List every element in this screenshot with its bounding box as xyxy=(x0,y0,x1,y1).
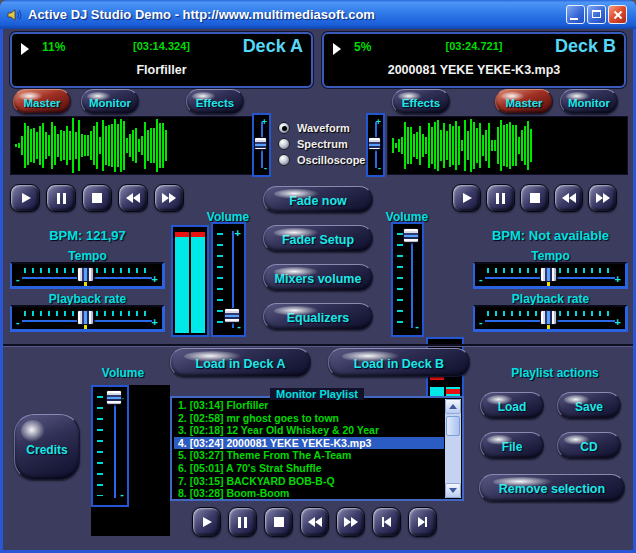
monitor-play-button[interactable] xyxy=(192,507,221,537)
playlist-item[interactable]: 7. [03:15] BACKYARD BOB-B-Q xyxy=(174,475,444,488)
deck-b-tempo-thumb[interactable] xyxy=(540,267,557,282)
load-in-deck-b-button[interactable]: Load in Deck B xyxy=(328,348,470,377)
monitor-next-button[interactable] xyxy=(408,507,437,537)
deck-a-forward-button[interactable] xyxy=(154,184,184,212)
deck-b-scope-zoom-slider[interactable]: + - xyxy=(366,113,385,177)
deck-a-tempo-thumb[interactable] xyxy=(77,267,94,282)
bottom-volume-label: Volume xyxy=(63,366,183,380)
playlist-title: Monitor Playlist xyxy=(170,384,464,402)
playlist-actions-label: Playlist actions xyxy=(490,366,620,380)
radio-waveform[interactable]: Waveform xyxy=(278,122,350,134)
deck-a-scope-zoom-thumb[interactable] xyxy=(254,137,267,150)
radio-oscilloscope[interactable]: Oscilloscope xyxy=(278,154,365,166)
playlist-scrollbar[interactable] xyxy=(445,399,461,498)
deck-a-label: Deck A xyxy=(243,36,303,57)
maximize-icon xyxy=(592,10,601,18)
deck-b-display: 5% [03:24.721] Deck B 2000081 YEKE YEKE-… xyxy=(322,32,626,88)
play-icon xyxy=(22,193,31,203)
playlist-item[interactable]: 6. [05:01] A 70's Strat Shuffle xyxy=(174,462,444,475)
deck-a-tempo-label: Tempo xyxy=(10,249,165,263)
monitor-rewind-button[interactable] xyxy=(300,507,329,537)
minimize-button[interactable] xyxy=(566,5,585,24)
deck-b-master-button[interactable]: Master xyxy=(495,89,553,114)
deck-b-scope-zoom-thumb[interactable] xyxy=(368,137,381,150)
pause-icon xyxy=(238,517,247,528)
deck-b-volume-thumb[interactable] xyxy=(403,228,419,243)
deck-b-bpm: BPM: Not available xyxy=(473,228,628,243)
credits-button[interactable]: Credits xyxy=(14,414,80,480)
deck-b-effects-button[interactable]: Effects xyxy=(392,89,450,114)
playlist-rows: 1. [03:14] Florfiller 2. [02:58] mr ghos… xyxy=(174,399,444,498)
deck-b-monitor-button[interactable]: Monitor xyxy=(560,89,618,114)
remove-selection-button[interactable]: Remove selection xyxy=(479,474,625,502)
deck-b-playback-label: Playback rate xyxy=(473,292,628,306)
deck-a-bpm: BPM: 121,97 xyxy=(10,228,165,243)
window-title: Active DJ Studio Demo - http://www.multi… xyxy=(28,7,375,22)
scroll-down-button[interactable] xyxy=(445,483,461,498)
deck-a-scope-zoom-slider[interactable]: + - xyxy=(252,113,271,177)
playlist-item[interactable]: 3. [02:18] 12 Year Old Whiskey & 20 Year xyxy=(174,424,444,437)
arrow-down-icon xyxy=(449,488,457,493)
fast-forward-icon xyxy=(596,193,610,203)
monitor-forward-button[interactable] xyxy=(336,507,365,537)
equalizers-button[interactable]: Equalizers xyxy=(263,303,373,330)
monitor-volume-slider[interactable]: + - xyxy=(91,385,129,507)
deck-a-pause-button[interactable] xyxy=(46,184,76,212)
playlist-item[interactable]: 8. [03:28] Boom-Boom xyxy=(174,487,444,500)
deck-b-playback-thumb[interactable] xyxy=(540,310,557,325)
radio-oscilloscope-icon xyxy=(278,154,290,166)
title-bar[interactable]: Active DJ Studio Demo - http://www.multi… xyxy=(0,0,636,29)
maximize-button[interactable] xyxy=(587,5,606,24)
playlist-save-button[interactable]: Save xyxy=(557,392,621,419)
deck-a-playback-thumb[interactable] xyxy=(77,310,94,325)
deck-b-rewind-button[interactable] xyxy=(554,184,583,212)
deck-a-play-button[interactable] xyxy=(10,184,40,212)
deck-b-label: Deck B xyxy=(555,36,616,57)
deck-b-play-button[interactable] xyxy=(452,184,481,212)
monitor-volume-thumb[interactable] xyxy=(106,390,122,405)
load-in-deck-a-button[interactable]: Load in Deck A xyxy=(170,348,311,377)
monitor-playlist: 1. [03:14] Florfiller 2. [02:58] mr ghos… xyxy=(170,396,464,501)
playlist-item[interactable]: 2. [02:58] mr ghost goes to town xyxy=(174,412,444,425)
deck-a-master-button[interactable]: Master xyxy=(13,89,71,114)
deck-b-stop-button[interactable] xyxy=(520,184,549,212)
monitor-previous-button[interactable] xyxy=(372,507,401,537)
deck-b-waveform-scope[interactable] xyxy=(387,116,628,175)
play-icon xyxy=(463,193,472,203)
playlist-load-button[interactable]: Load xyxy=(480,392,544,419)
fast-forward-icon xyxy=(162,193,176,203)
deck-a-tempo-slider[interactable]: - + xyxy=(10,262,165,289)
monitor-transport xyxy=(192,507,437,537)
close-button[interactable] xyxy=(608,5,627,24)
deck-a-playback-slider[interactable]: - + xyxy=(10,305,165,332)
deck-a-display: 11% [03:14.324] Deck A Florfiller xyxy=(10,32,313,88)
playlist-cd-button[interactable]: CD xyxy=(557,432,621,459)
deck-a-rewind-button[interactable] xyxy=(118,184,148,212)
playlist-file-button[interactable]: File xyxy=(480,432,544,459)
deck-b-volume-slider[interactable]: + - xyxy=(391,222,424,337)
deck-a-monitor-button[interactable]: Monitor xyxy=(81,89,139,114)
deck-a-waveform-scope[interactable] xyxy=(10,116,253,175)
deck-b-forward-button[interactable] xyxy=(588,184,617,212)
deck-a-stop-button[interactable] xyxy=(82,184,112,212)
mixers-volume-button[interactable]: Mixers volume xyxy=(263,264,373,291)
monitor-pause-button[interactable] xyxy=(228,507,257,537)
deck-a-volume-thumb[interactable] xyxy=(224,308,240,323)
deck-b-pause-button[interactable] xyxy=(486,184,515,212)
fade-now-button[interactable]: Fade now xyxy=(263,186,373,213)
deck-b-tempo-slider[interactable]: - + xyxy=(473,262,628,289)
deck-a-volume-slider[interactable]: + - xyxy=(211,222,246,337)
stop-icon xyxy=(92,193,102,203)
scrollbar-thumb[interactable] xyxy=(446,416,460,436)
deck-a-effects-button[interactable]: Effects xyxy=(186,89,244,114)
fader-setup-button[interactable]: Fader Setup xyxy=(263,225,373,252)
playlist-item[interactable]: 4. [03:24] 2000081 YEKE YEKE-K3.mp3 xyxy=(174,437,444,450)
pause-icon xyxy=(57,193,66,204)
radio-waveform-icon xyxy=(278,122,290,134)
playlist-item[interactable]: 5. [03:27] Theme From The A-Team xyxy=(174,449,444,462)
deck-b-playback-slider[interactable]: - + xyxy=(473,305,628,332)
window-border-left xyxy=(0,29,3,553)
deck-a-track-title: Florfiller xyxy=(12,63,311,77)
monitor-stop-button[interactable] xyxy=(264,507,293,537)
radio-spectrum[interactable]: Spectrum xyxy=(278,138,348,150)
